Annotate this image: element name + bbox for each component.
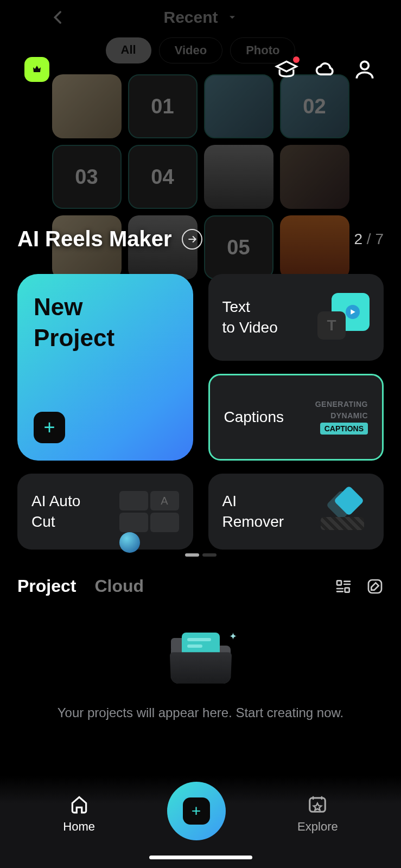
notification-dot xyxy=(293,56,300,63)
chevron-down-icon xyxy=(227,8,238,27)
arrow-right-icon[interactable] xyxy=(182,229,202,250)
svg-rect-3 xyxy=(368,580,381,593)
edit-icon[interactable] xyxy=(366,578,384,595)
plus-icon: + xyxy=(34,412,65,443)
media-thumb[interactable]: 04 xyxy=(128,145,198,209)
home-icon xyxy=(69,794,90,814)
auto-cut-icon: A xyxy=(119,491,179,532)
text-to-video-icon: T xyxy=(315,293,370,342)
media-thumb[interactable] xyxy=(280,145,349,209)
media-thumb[interactable]: 01 xyxy=(128,74,198,138)
media-thumb[interactable]: 03 xyxy=(52,145,122,209)
new-project-label: New Project xyxy=(34,291,177,353)
back-icon[interactable] xyxy=(49,8,67,31)
remover-tile[interactable]: AI Remover xyxy=(208,474,384,550)
auto-cut-tile[interactable]: AI Auto Cut A xyxy=(17,474,193,550)
graduation-icon[interactable] xyxy=(275,58,298,81)
media-thumb[interactable] xyxy=(204,74,273,138)
page-indicator xyxy=(185,553,217,557)
plus-icon: + xyxy=(183,797,210,825)
premium-badge[interactable] xyxy=(24,57,49,82)
profile-icon[interactable] xyxy=(353,58,377,81)
home-indicator xyxy=(149,856,252,859)
remover-icon xyxy=(321,490,370,533)
grid-view-icon[interactable] xyxy=(335,578,352,595)
svg-rect-4 xyxy=(310,798,326,812)
reels-title: AI Reels Maker xyxy=(17,227,172,251)
svg-point-0 xyxy=(361,61,369,69)
empty-message: Your projects will appear here. Start cr… xyxy=(36,705,365,720)
explore-icon xyxy=(307,794,328,814)
nav-explore[interactable]: Explore xyxy=(297,794,338,834)
cloud-icon[interactable] xyxy=(314,58,338,81)
media-thumb[interactable]: 02 xyxy=(280,74,349,138)
nav-home[interactable]: Home xyxy=(63,794,95,834)
tab-cloud[interactable]: Cloud xyxy=(94,576,144,596)
reels-counter: 2 / 7 xyxy=(354,231,384,248)
empty-folder-icon: ✦ xyxy=(171,635,231,684)
text-to-video-tile[interactable]: Text to Video T xyxy=(208,274,384,361)
new-project-tile[interactable]: New Project + xyxy=(17,274,193,461)
svg-rect-1 xyxy=(337,580,341,585)
media-thumb[interactable] xyxy=(204,145,273,209)
captions-tile[interactable]: Captions GENERATING DYNAMIC CAPTIONS xyxy=(208,374,384,461)
tab-project[interactable]: Project xyxy=(17,576,76,596)
media-thumb[interactable] xyxy=(52,74,122,138)
captions-graphic: GENERATING DYNAMIC CAPTIONS xyxy=(315,400,368,435)
svg-rect-2 xyxy=(345,588,349,592)
create-fab[interactable]: + xyxy=(167,782,226,840)
